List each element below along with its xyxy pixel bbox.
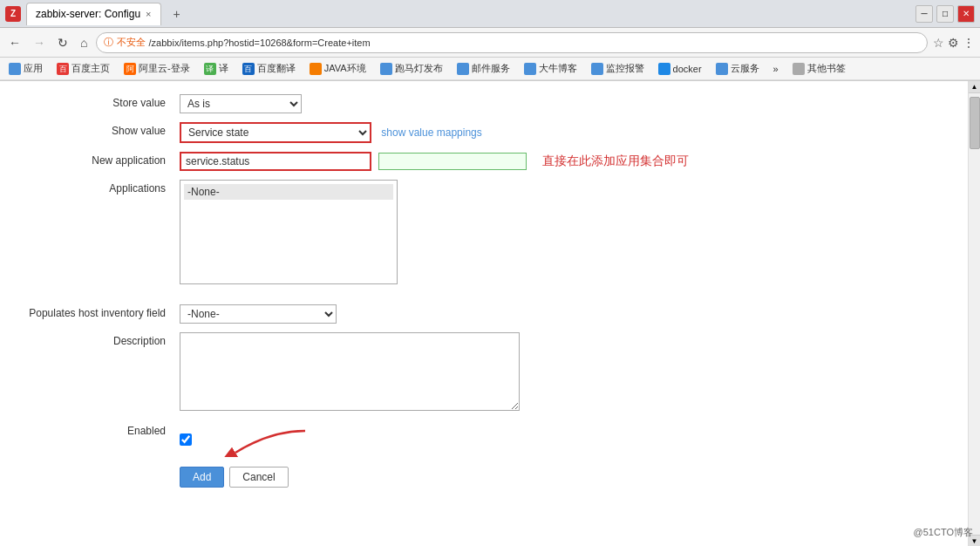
bookmark-docker[interactable]: ​ docker [655, 62, 705, 76]
bookmark-more[interactable]: » [770, 63, 782, 75]
pmd-icon: ​ [380, 63, 392, 75]
store-value-row: Store value As is Delta (speed per secon… [17, 90, 950, 118]
bookmark-other[interactable]: ​ 其他书签 [789, 61, 849, 76]
store-value-select[interactable]: As is Delta (speed per second) Delta (si… [180, 94, 302, 113]
reload-button[interactable]: ↻ [54, 34, 71, 51]
bookmarks-bar: ​ 应用 百 百度主页 阿 阿里云-登录 译 译 百 百度翻译 ​ JAVA环境… [0, 58, 980, 80]
bookmark-apps[interactable]: ​ 应用 [5, 61, 46, 76]
applications-listbox[interactable]: -None- [180, 180, 398, 284]
applications-row: Applications -None- [17, 175, 950, 289]
ali-icon: 阿 [124, 63, 136, 75]
blog-icon: ​ [524, 63, 536, 75]
populates-label: Populates host inventory field [17, 300, 174, 328]
bookmark-ali[interactable]: 阿 阿里云-登录 [120, 61, 194, 76]
populates-row: Populates host inventory field -None- [17, 300, 950, 328]
watermark: @51CTO博客 [914, 526, 973, 539]
enabled-row: Enabled [17, 418, 950, 461]
tab-title: zabbix-server: Configu [36, 8, 140, 20]
bookmark-pmd[interactable]: ​ 跑马灯发布 [377, 61, 446, 76]
menu-button[interactable]: ⋮ [963, 36, 975, 50]
minimize-button[interactable]: ─ [915, 5, 933, 23]
security-indicator: ⓘ 不安全 [104, 36, 145, 49]
bookmark-blog[interactable]: ​ 大牛博客 [521, 61, 581, 76]
new-application-label: New application [17, 147, 174, 175]
docker-icon: ​ [658, 63, 670, 75]
description-row: Description [17, 328, 950, 418]
apps-icon: ​ [9, 63, 21, 75]
cloud-icon: ​ [716, 63, 728, 75]
forward-button[interactable]: → [30, 34, 49, 51]
browser-tab[interactable]: zabbix-server: Configu × [26, 3, 161, 25]
bookmark-baidu-translate[interactable]: 百 百度翻译 [239, 61, 299, 76]
show-value-row: Show value Service state As is show valu… [17, 118, 950, 147]
new-application-input[interactable] [180, 152, 371, 171]
scrollbar[interactable]: ▲ ▼ [968, 81, 980, 546]
enabled-label: Enabled [17, 418, 174, 461]
monitor-icon: ​ [591, 63, 603, 75]
bookmark-translate-short[interactable]: 译 译 [201, 61, 232, 76]
baidu-icon: 百 [57, 63, 69, 75]
bookmark-mail[interactable]: ​ 邮件服务 [453, 61, 514, 76]
new-tab-button[interactable]: + [167, 3, 187, 24]
add-button[interactable]: Add [180, 467, 224, 488]
action-buttons-row: Add Cancel [17, 461, 950, 492]
bookmark-monitor[interactable]: ​ 监控报警 [588, 61, 648, 76]
bookmark-baidu-home[interactable]: 百 百度主页 [53, 61, 113, 76]
applications-label: Applications [17, 175, 174, 289]
bookmark-button[interactable]: ☆ [933, 36, 944, 50]
back-button[interactable]: ← [5, 34, 24, 51]
trans-icon: 译 [204, 63, 216, 75]
zabbix-favicon: Z [5, 6, 21, 22]
mail-icon: ​ [457, 63, 469, 75]
other-icon: ​ [793, 63, 805, 75]
bookmark-java[interactable]: ​ JAVA环境 [306, 61, 370, 76]
description-textarea[interactable] [180, 332, 520, 411]
bookmark-cloud[interactable]: ​ 云服务 [712, 61, 763, 76]
applications-none-item[interactable]: -None- [184, 184, 393, 200]
show-value-select[interactable]: Service state As is [180, 122, 371, 143]
store-value-label: Store value [17, 90, 174, 118]
url-text: /zabbix/items.php?hostid=10268&form=Crea… [149, 38, 920, 48]
new-application-row: New application 直接在此添加应用集合即可 [17, 147, 950, 175]
baidu2-icon: 百 [242, 63, 255, 75]
close-button[interactable]: ✕ [957, 5, 975, 23]
cancel-button[interactable]: Cancel [229, 467, 288, 488]
annotation-text: 直接在此添加应用集合即可 [542, 154, 689, 169]
extensions-button[interactable]: ⚙ [948, 36, 959, 50]
scroll-up-button[interactable]: ▲ [969, 81, 980, 93]
description-label: Description [17, 328, 174, 418]
arrow-annotation [218, 422, 323, 457]
home-button[interactable]: ⌂ [77, 34, 91, 51]
form-table: Store value As is Delta (speed per secon… [17, 90, 950, 492]
spacer-row [17, 289, 950, 300]
maximize-button[interactable]: □ [936, 5, 954, 23]
inventory-field-select[interactable]: -None- [180, 304, 337, 324]
show-value-mappings-link[interactable]: show value mappings [381, 126, 481, 139]
url-bar[interactable]: ⓘ 不安全 /zabbix/items.php?hostid=10268&for… [96, 32, 928, 53]
java-icon: ​ [310, 63, 322, 75]
show-value-label: Show value [17, 118, 174, 147]
enabled-checkbox[interactable] [180, 433, 192, 446]
new-application-extra-input[interactable] [378, 153, 527, 170]
scroll-thumb[interactable] [970, 97, 980, 149]
tab-close-button[interactable]: × [146, 9, 151, 19]
